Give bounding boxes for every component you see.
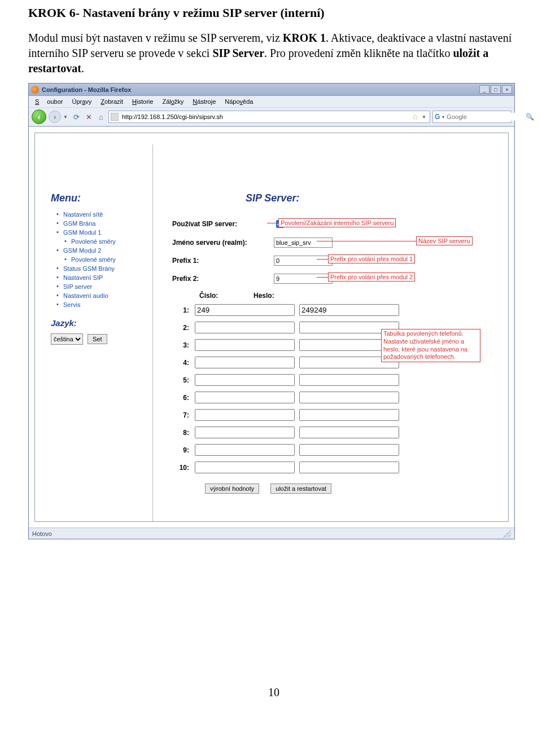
forward-button[interactable]: › <box>49 111 61 123</box>
table-row: 9: <box>172 444 497 456</box>
row-number-input[interactable] <box>195 444 295 456</box>
realm-input[interactable] <box>274 238 333 248</box>
url-input[interactable] <box>121 112 410 122</box>
status-bar: Hotovo <box>29 528 514 539</box>
sidebar-item-gsm-gateway[interactable]: GSM Brána <box>56 219 146 228</box>
menu-help[interactable]: Nápověda <box>221 97 257 106</box>
t: Modul musí být nastaven v režimu se SIP … <box>28 32 283 44</box>
resize-grip[interactable] <box>503 530 511 538</box>
label-use-server: Používat SIP server: <box>172 220 274 228</box>
sidebar-item-audio[interactable]: Nastavení audio <box>56 291 146 300</box>
sidebar-item-gsm2[interactable]: GSM Modul 2 <box>56 246 146 255</box>
set-language-button[interactable]: Set <box>88 334 107 344</box>
main-panel: SIP Server: Používat SIP server: Jméno s… <box>153 159 508 521</box>
sidebar-item-network[interactable]: Nastavení sítě <box>56 210 146 219</box>
sidebar-menu: Nastavení sítě GSM Brána GSM Modul 1 Pov… <box>56 210 146 309</box>
row-password-input[interactable] <box>299 427 399 438</box>
row-password-input[interactable] <box>299 304 399 316</box>
titlebar: Configuration - Mozilla Firefox _ □ × <box>29 83 514 96</box>
menu-bookmarks[interactable]: Záložky <box>158 97 187 106</box>
minimize-button[interactable]: _ <box>479 85 489 94</box>
row-number-input[interactable] <box>195 322 295 333</box>
row-number-input[interactable] <box>195 461 295 473</box>
row-number-input[interactable] <box>195 304 295 316</box>
callout-line <box>267 223 278 223</box>
row-label: 3: <box>172 341 195 349</box>
home-icon[interactable]: ⌂ <box>96 112 106 122</box>
page-number: 10 <box>28 686 519 699</box>
table-row: 10: <box>172 461 497 473</box>
col-number: Číslo: <box>199 292 253 300</box>
search-icon[interactable]: 🔍 <box>526 113 534 121</box>
menu-tools[interactable]: Nástroje <box>189 97 220 106</box>
table-row: 5: <box>172 374 497 386</box>
callout-line <box>317 241 416 241</box>
search-input[interactable] <box>445 113 526 121</box>
t: . Pro provedení změn klikněte na tlačítk… <box>264 47 453 59</box>
google-icon: G <box>435 113 440 121</box>
row-password-input[interactable] <box>299 374 399 386</box>
callout-line <box>317 277 328 278</box>
menu-view[interactable]: Zobrazit <box>97 97 127 106</box>
bookmark-star-icon[interactable]: ☆ <box>410 112 420 121</box>
label-prefix1: Prefix 1: <box>172 257 274 265</box>
menu-edit[interactable]: Úpravy <box>68 97 95 106</box>
row-number-input[interactable] <box>195 339 295 351</box>
defaults-button[interactable]: výrobní hodnoty <box>205 484 259 494</box>
sidebar-item-gsm2-routes[interactable]: Povolené směry <box>56 255 146 264</box>
close-button[interactable]: × <box>502 85 512 94</box>
search-engine-dropdown[interactable]: ▾ <box>441 115 445 120</box>
back-button[interactable]: ‹ <box>32 109 46 124</box>
save-restart-button[interactable]: uložit a restartovat <box>270 484 331 494</box>
prefix1-input[interactable] <box>274 256 333 266</box>
sidebar-item-gsm1[interactable]: GSM Modul 1 <box>56 228 146 237</box>
firefox-icon <box>31 86 39 94</box>
language-select[interactable]: čeština <box>51 333 83 345</box>
row-number-input[interactable] <box>195 392 295 403</box>
table-row: 1: <box>172 304 497 316</box>
sidebar-item-sip-settings[interactable]: Nastavení SIP <box>56 273 146 282</box>
prefix2-input[interactable] <box>274 274 333 284</box>
sidebar: Menu: Nastavení sítě GSM Brána GSM Modul… <box>35 159 152 521</box>
sidebar-item-gsm1-routes[interactable]: Povolené směry <box>56 237 146 246</box>
url-dropdown-icon[interactable]: ▼ <box>420 115 428 120</box>
row-label: 9: <box>172 446 195 454</box>
favicon <box>111 113 119 121</box>
menu-file[interactable]: Soubor <box>31 97 67 106</box>
callout-enable: Povolení/Zakázání intermího SIP serveru <box>278 218 396 227</box>
row-number-input[interactable] <box>195 427 295 438</box>
window-title: Configuration - Mozilla Firefox <box>42 86 479 93</box>
row-password-input[interactable] <box>299 392 399 403</box>
menu-history[interactable]: Historie <box>128 97 157 106</box>
reload-icon[interactable]: ⟳ <box>71 112 81 122</box>
table-header: Číslo: Heslo: <box>172 292 497 300</box>
maximize-button[interactable]: □ <box>491 85 501 94</box>
row-label: 7: <box>172 411 195 419</box>
nav-toolbar: ‹ › ▼ ⟳ ✕ ⌂ ☆ ▼ G ▾ 🔍 <box>29 108 514 126</box>
sidebar-item-status[interactable]: Status GSM Brány <box>56 264 146 273</box>
t: . <box>81 62 84 74</box>
table-row: 7: <box>172 409 497 421</box>
sidebar-item-sip-server[interactable]: SIP server <box>56 282 146 291</box>
callout-prefix1: Prefix pro volání přes modul 1 <box>328 254 415 263</box>
callout-name: Název SIP serveru <box>416 236 473 245</box>
search-box[interactable]: G ▾ 🔍 <box>432 111 512 123</box>
stop-icon[interactable]: ✕ <box>84 112 94 122</box>
doc-paragraph: Modul musí být nastaven v režimu se SIP … <box>28 30 519 76</box>
url-bar[interactable]: ☆ ▼ <box>108 111 430 123</box>
row-password-input[interactable] <box>299 409 399 421</box>
row-password-input[interactable] <box>299 461 399 473</box>
row-number-input[interactable] <box>195 374 295 386</box>
sidebar-item-service[interactable]: Servis <box>56 300 146 309</box>
row-number-input[interactable] <box>195 409 295 421</box>
menubar: Soubor Úpravy Zobrazit Historie Záložky … <box>29 96 514 108</box>
row-password-input[interactable] <box>299 444 399 456</box>
row-label: 2: <box>172 324 195 332</box>
row-label: 6: <box>172 394 195 402</box>
row-label: 1: <box>172 306 195 314</box>
row-number-input[interactable] <box>195 357 295 368</box>
nav-history-dropdown[interactable]: ▼ <box>63 115 69 120</box>
page-content: Menu: Nastavení sítě GSM Brána GSM Modul… <box>29 126 514 528</box>
label-prefix2: Prefix 2: <box>172 275 274 283</box>
callout-line <box>317 259 328 260</box>
